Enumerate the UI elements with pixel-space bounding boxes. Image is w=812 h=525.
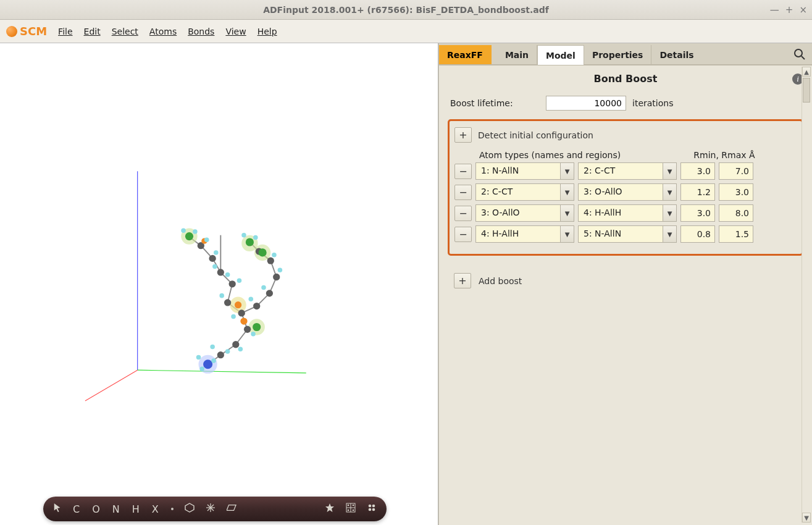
rmin-input[interactable]	[680, 225, 715, 243]
svg-marker-71	[185, 503, 194, 512]
tab-main[interactable]: Main	[492, 45, 537, 64]
svg-point-56	[219, 293, 224, 298]
add-boost-row: + Add boost	[448, 273, 803, 288]
parallelogram-icon[interactable]	[227, 503, 236, 515]
titlebar: ADFinput 2018.001+ (r67566): BisF_DETDA_…	[0, 0, 812, 20]
menu-select[interactable]: Select	[112, 27, 138, 36]
svg-point-32	[238, 309, 245, 316]
remove-row-button[interactable]: −	[454, 227, 472, 242]
svg-point-82	[348, 510, 349, 511]
rmin-input[interactable]	[680, 162, 715, 180]
scrollbar-vertical[interactable]: ▲ ▼	[802, 67, 811, 523]
scroll-thumb[interactable]	[803, 78, 810, 103]
detect-config-box: + Detect initial configuration Atom type…	[448, 119, 803, 256]
viewport-3d[interactable]	[0, 43, 438, 491]
svg-point-84	[369, 505, 372, 508]
chevron-down-icon: ▼	[561, 162, 574, 180]
col-header-rminmax: Rmin, Rmax Å	[684, 150, 764, 160]
atom-type-a-select[interactable]: 3: O-AllO ▼	[475, 204, 574, 222]
atom-type-b-select[interactable]: 5: N-AllN ▼	[578, 225, 677, 243]
chevron-down-icon: ▼	[663, 204, 677, 222]
menu-bonds[interactable]: Bonds	[188, 27, 214, 36]
minimize-button[interactable]: —	[770, 4, 779, 15]
search-icon[interactable]	[793, 48, 806, 61]
svg-point-49	[181, 228, 186, 233]
scroll-up-icon[interactable]: ▲	[802, 67, 811, 77]
rmin-input[interactable]	[680, 204, 715, 222]
config-row: − 4: H-AllH ▼ 5: N-AllN ▼	[454, 225, 795, 243]
rmax-input[interactable]	[719, 183, 753, 201]
element-c[interactable]: C	[73, 503, 81, 515]
svg-point-55	[237, 278, 242, 283]
atom-type-a-select[interactable]: 4: H-AllH ▼	[475, 225, 574, 243]
logo-text: SCM	[20, 25, 47, 38]
menu-atoms[interactable]: Atoms	[149, 27, 177, 36]
boost-lifetime-input[interactable]	[546, 96, 626, 111]
tab-reaxff[interactable]: ReaxFF	[439, 45, 492, 64]
detect-label: Detect initial configuration	[478, 130, 593, 140]
panel-title: Bond Boost	[594, 73, 658, 85]
boost-lifetime-unit: iterations	[632, 98, 673, 108]
element-x[interactable]: X	[152, 503, 160, 515]
left-panel: C O N H X	[0, 43, 438, 525]
atom-type-b-value: 4: H-AllH	[578, 204, 663, 222]
menu-view[interactable]: View	[225, 27, 246, 36]
tab-model[interactable]: Model	[537, 45, 584, 65]
atom-type-b-select[interactable]: 4: H-AllH ▼	[578, 204, 677, 222]
chevron-down-icon: ▼	[561, 225, 574, 243]
menu-help[interactable]: Help	[257, 27, 277, 36]
col-header-atom-types: Atom types (names and regions)	[479, 150, 684, 160]
rmax-input[interactable]	[719, 225, 753, 243]
snowflake-icon[interactable]	[206, 503, 216, 515]
grid-icon[interactable]	[346, 503, 356, 515]
hexagon-icon[interactable]	[185, 503, 195, 515]
app-logo[interactable]: SCM	[6, 25, 47, 38]
svg-point-42	[246, 238, 254, 246]
svg-point-46	[240, 317, 247, 324]
svg-point-40	[217, 351, 224, 358]
scroll-down-icon[interactable]: ▼	[802, 513, 811, 523]
dots-icon[interactable]	[367, 503, 377, 515]
tab-properties[interactable]: Properties	[584, 45, 652, 64]
svg-point-67	[211, 358, 216, 363]
svg-point-66	[225, 349, 230, 354]
star-icon[interactable]	[325, 503, 335, 515]
svg-point-28	[209, 255, 216, 262]
add-boost-button[interactable]: +	[454, 273, 471, 288]
rmin-input[interactable]	[680, 183, 715, 201]
element-h[interactable]: H	[132, 503, 141, 515]
atom-type-b-value: 3: O-AllO	[578, 183, 663, 201]
window-controls: — + ×	[770, 4, 807, 15]
svg-point-41	[185, 232, 193, 240]
maximize-button[interactable]: +	[785, 4, 793, 15]
atom-type-a-select[interactable]: 2: C-CT ▼	[475, 183, 574, 201]
atom-type-b-value: 2: C-CT	[578, 162, 663, 180]
svg-point-80	[348, 505, 349, 506]
svg-point-59	[261, 285, 266, 290]
remove-row-button[interactable]: −	[454, 185, 472, 200]
atom-type-a-select[interactable]: 1: N-AllN ▼	[475, 162, 574, 180]
svg-point-34	[266, 290, 273, 296]
svg-point-51	[204, 237, 209, 242]
rmax-input[interactable]	[719, 162, 753, 180]
pointer-icon[interactable]	[53, 503, 62, 515]
svg-point-31	[224, 299, 231, 306]
element-n[interactable]: N	[112, 503, 121, 515]
atom-type-a-value: 2: C-CT	[475, 183, 561, 201]
close-button[interactable]: ×	[799, 4, 807, 15]
remove-row-button[interactable]: −	[454, 164, 472, 179]
menu-file[interactable]: File	[58, 27, 72, 36]
element-o[interactable]: O	[92, 503, 101, 515]
atom-type-b-select[interactable]: 2: C-CT ▼	[578, 162, 677, 180]
menu-edit[interactable]: Edit	[84, 27, 101, 36]
add-row-button[interactable]: +	[454, 127, 472, 143]
chevron-down-icon: ▼	[663, 183, 677, 201]
remove-row-button[interactable]: −	[454, 206, 472, 221]
main-area: C O N H X	[0, 43, 812, 525]
tab-details[interactable]: Details	[651, 45, 701, 64]
panel-body: Bond Boost i Boost lifetime: iterations …	[439, 65, 812, 525]
svg-point-68	[199, 367, 204, 372]
atom-type-b-select[interactable]: 3: O-AllO ▼	[578, 183, 677, 201]
tabbar: ReaxFF Main Model Properties Details	[439, 43, 812, 65]
rmax-input[interactable]	[719, 204, 753, 222]
